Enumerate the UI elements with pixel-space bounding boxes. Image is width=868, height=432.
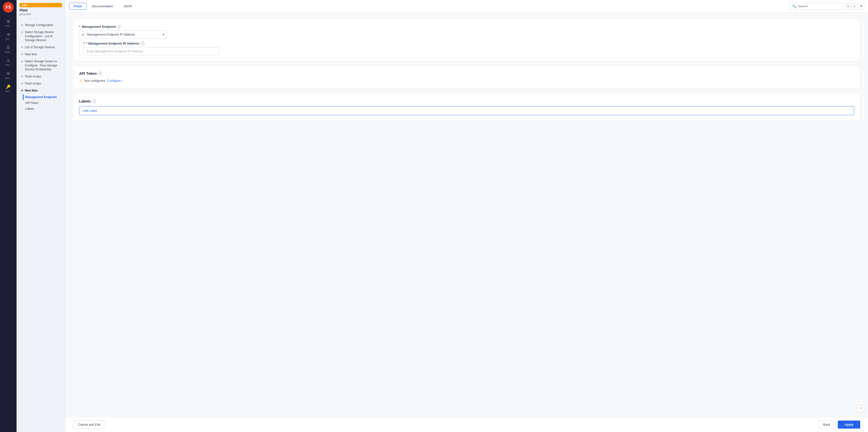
sidebar-left: F5 ⊞ Sele... ⊕ Site... ☰ Fleet... ⊙ Exte… xyxy=(0,0,17,432)
add-label-button[interactable]: Add Label xyxy=(79,106,854,115)
search-input[interactable] xyxy=(798,4,840,8)
api-token-warning-row: ⚠ Not configured Configure › xyxy=(79,79,854,83)
sidebar-item-label: Site... xyxy=(5,38,11,40)
nav-panel: Edit Fleet greg-fleet Storage Configurat… xyxy=(17,0,65,432)
sidebar-item-label: Fleet... xyxy=(5,51,12,54)
close-button[interactable]: ✕ xyxy=(858,3,864,9)
footer-right: Back Apply xyxy=(818,421,860,429)
fleet-title: Fleet xyxy=(17,8,65,13)
management-endpoint-section: * Management Endpoint i ⇄ Management End… xyxy=(73,19,860,61)
nav-sub-item-label: Labels xyxy=(25,107,34,111)
nav-sub-item-label: Management Endpoint xyxy=(25,95,57,99)
select-prefix-icon: ⇄ xyxy=(82,33,85,36)
nav-dot xyxy=(22,61,23,62)
nav-arrows: ∧ ∨ ✕ xyxy=(845,3,864,9)
api-token-title: API Token i xyxy=(79,71,854,75)
nav-divider xyxy=(17,20,65,20)
labels-section: Labels i Add Label xyxy=(73,93,860,121)
tab-documentation[interactable]: Documentation xyxy=(87,3,118,10)
nav-item-label: Select Storage Device Configuration : Li… xyxy=(25,30,62,42)
management-endpoint-ip-subsection: * * Management Endpoint IP Address i xyxy=(79,41,854,55)
nav-dot xyxy=(22,54,23,55)
nav-dot xyxy=(22,83,23,84)
nav-item-list-storage[interactable]: List of Storage Devices xyxy=(17,44,65,51)
nav-item-label: Flash Arrays xyxy=(25,74,41,79)
edit-badge: Edit xyxy=(20,3,62,7)
api-token-section: API Token i ⚠ Not configured Configure › xyxy=(73,65,860,89)
ip-address-label: * * Management Endpoint IP Address i xyxy=(84,41,854,45)
nav-item-label: Flash Arrays xyxy=(25,82,41,86)
nav-sub-item-management-endpoint[interactable]: Management Endpoint xyxy=(21,94,65,100)
back-button[interactable]: Back xyxy=(818,421,835,429)
required-star: * xyxy=(79,25,80,29)
f5-logo[interactable]: F5 xyxy=(3,2,13,13)
nav-item-select-device[interactable]: Select Storage Device to Configure : Pur… xyxy=(17,58,65,73)
help-button[interactable]: ? xyxy=(857,405,865,412)
sidebar-item-manage[interactable]: ⚙ Man... xyxy=(0,69,17,82)
sidebar-item-label: Sele... xyxy=(5,25,11,27)
main-area: Form Documentation JSON 🔍 ∧ ∨ ✕ * Manage… xyxy=(65,0,868,432)
content-area: * Management Endpoint i ⇄ Management End… xyxy=(65,13,868,417)
sidebar-item-label: Exte... xyxy=(5,64,11,66)
api-token-info-icon[interactable]: i xyxy=(98,71,102,75)
nav-item-label: Storage Configuration xyxy=(25,23,53,27)
nav-sub-item-label: API Token xyxy=(25,101,38,105)
sidebar-item-label: Man... xyxy=(5,90,11,93)
nav-dot xyxy=(22,24,23,26)
sidebar-item-label: Man... xyxy=(5,77,11,80)
next-button[interactable]: ∨ xyxy=(851,3,857,9)
management-endpoint-select[interactable]: Management Endpoint IP Address xyxy=(79,30,167,38)
not-configured-text: Not configured xyxy=(85,79,105,83)
nav-item-select-storage[interactable]: Select Storage Device Configuration : Li… xyxy=(17,29,65,44)
external-icon: ⊙ xyxy=(7,58,10,63)
sidebar-item-site[interactable]: ⊕ Site... xyxy=(0,30,17,43)
search-box[interactable]: 🔍 xyxy=(789,3,843,10)
site-icon: ⊕ xyxy=(7,32,10,37)
nav-item-flash-arrays-2[interactable]: Flash Arrays xyxy=(17,80,65,87)
prev-button[interactable]: ∧ xyxy=(845,3,851,9)
nav-item-label: New Item xyxy=(25,89,38,93)
topbar: Form Documentation JSON 🔍 ∧ ∨ ✕ xyxy=(65,0,868,13)
management-endpoint-select-wrapper: ⇄ Management Endpoint IP Address ▾ xyxy=(79,30,167,38)
nav-item-label: Select Storage Device to Configure : Pur… xyxy=(25,59,62,71)
management-endpoint-info-icon[interactable]: i xyxy=(117,25,121,29)
ip-address-info-icon[interactable]: i xyxy=(141,41,145,45)
ip-address-input[interactable] xyxy=(84,47,220,55)
warning-icon: ⚠ xyxy=(79,79,83,83)
apply-button[interactable]: Apply xyxy=(838,421,860,429)
sidebar-item-external[interactable]: ⊙ Exte... xyxy=(0,56,17,69)
nav-dot xyxy=(22,76,23,77)
grid-icon: ⊞ xyxy=(7,19,10,24)
fleet-subtitle: greg-fleet xyxy=(17,13,65,19)
search-icon: 🔍 xyxy=(792,4,797,8)
nav-item-new-item-active[interactable]: New Item xyxy=(17,87,65,94)
configure-link[interactable]: Configure › xyxy=(107,79,122,83)
configure-chevron-icon: › xyxy=(121,79,122,83)
sidebar-item-grid[interactable]: ⊞ Sele... xyxy=(0,17,17,30)
nav-sub-item-labels[interactable]: Labels xyxy=(21,106,65,112)
nav-item-label: List of Storage Devices xyxy=(25,45,55,50)
nav-item-storage-config[interactable]: Storage Configuration xyxy=(17,22,65,29)
cancel-exit-button[interactable]: Cancel and Exit xyxy=(73,421,105,429)
footer: Cancel and Exit Back Apply xyxy=(65,417,868,432)
nav-sub-items: Management Endpoint API Token Labels xyxy=(17,94,65,112)
manage-icon: ⚙ xyxy=(7,71,10,76)
nav-dot xyxy=(22,47,23,48)
tab-form[interactable]: Form xyxy=(69,3,86,10)
management-endpoint-label: * Management Endpoint i xyxy=(79,25,854,29)
tab-json[interactable]: JSON xyxy=(119,3,136,10)
fleet-icon: ☰ xyxy=(7,45,10,50)
nav-dot xyxy=(22,90,23,91)
nav-item-flash-arrays-1[interactable]: Flash Arrays xyxy=(17,73,65,80)
sidebar-item-fleet[interactable]: ☰ Fleet... xyxy=(0,43,17,56)
nav-item-new-item-1[interactable]: New Item xyxy=(17,51,65,58)
nav-sub-item-api-token[interactable]: API Token xyxy=(21,100,65,106)
nav-item-label: New Item xyxy=(25,52,37,57)
nav-dot xyxy=(22,31,23,33)
nav-section: Storage Configuration Select Storage Dev… xyxy=(17,21,65,113)
sidebar-item-key[interactable]: 🔑 Man... xyxy=(0,82,17,95)
labels-info-icon[interactable]: i xyxy=(92,99,96,103)
labels-title: Labels i xyxy=(79,99,854,103)
required-star: * xyxy=(84,42,85,45)
key-icon: 🔑 xyxy=(6,85,11,89)
